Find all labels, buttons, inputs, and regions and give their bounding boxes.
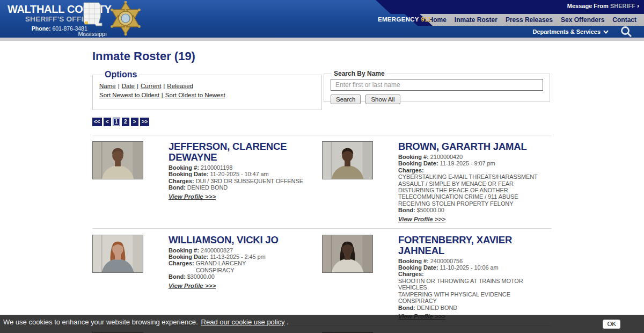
field-label: Booking Date: (169, 254, 209, 260)
field-label: Booking Date: (169, 171, 209, 177)
state-label: Mississippi (76, 31, 109, 37)
page-1-button[interactable]: 1 (113, 118, 120, 126)
cookie-suffix: . (287, 318, 289, 326)
header-bottom-strip (0, 38, 644, 41)
emergency-911: EMERGENCY 911 (378, 16, 431, 23)
field-value: 11-10-2025 - 10:06 am (440, 264, 499, 271)
inmate-card: BROWN, GARARTH JAMAL Booking #:210000042… (322, 135, 552, 228)
filter-date-link[interactable]: Date (122, 83, 135, 89)
departments-row: Departments & Services (532, 26, 644, 38)
field-value: DUI / 3RD OR SUBSEQUENT OFFENSE (196, 178, 303, 184)
page-first-button[interactable]: << (92, 118, 102, 126)
booking-date-field: Booking Date:11-20-2025 - 10:47 am (169, 171, 319, 177)
field-label: Bond: (169, 184, 186, 191)
inmate-list: JEFFERSON, CLARENCE DEWAYNE Booking #:21… (92, 135, 552, 333)
options-legend: Options (103, 70, 139, 79)
sheriff-badge-icon (110, 1, 141, 39)
separator: | (116, 83, 122, 89)
page-last-button[interactable]: >> (140, 118, 150, 126)
filter-current-link[interactable]: Current (141, 83, 161, 89)
search-by-name-fieldset: Search By Name Search Show All (324, 70, 550, 102)
view-profile-link[interactable]: View Profile >>> (169, 283, 216, 289)
bond-field: Bond:$30000.00 (169, 273, 319, 280)
field-label: Charges: (398, 271, 424, 277)
field-value: SHOOTIN OR THROWING AT TRAINS MOTOR VEHI… (398, 278, 523, 305)
show-all-button[interactable]: Show All (365, 95, 400, 104)
message-from-sheriff-link[interactable]: Message From SHERIFF › (567, 2, 639, 10)
field-label: Booking #: (398, 154, 429, 160)
sort-links: Sort Newest to Oldest|Sort Oldest to New… (99, 91, 315, 100)
search-input[interactable] (331, 79, 543, 91)
options-fieldset: Options Name|Date|Current|Released Sort … (92, 70, 322, 110)
sort-oldest-link[interactable]: Sort Oldest to Newest (165, 92, 225, 98)
field-label: Charges: (169, 178, 194, 184)
field-value: 2100001198 (201, 164, 232, 171)
field-value: 2400000756 (430, 258, 463, 264)
page: WALTHALL COUNTY SHERIFF'S OFFICE Phone: … (0, 0, 644, 333)
field-label: Booking Date: (398, 264, 438, 271)
filter-released-link[interactable]: Released (167, 83, 193, 89)
nav-contact[interactable]: Contact (612, 16, 636, 24)
main-nav: Home Inmate Roster Press Releases Sex Of… (429, 14, 637, 26)
field-label: Charges: (398, 167, 424, 173)
inmate-info: FORTENBERRY, XAVIER JAHNEAL Booking #:24… (398, 235, 552, 321)
booking-number-field: Booking #:2100000420 (398, 154, 548, 160)
field-value: $50000.00 (417, 207, 444, 213)
mississippi-shape-icon (78, 2, 106, 28)
departments-services-menu[interactable]: Departments & Services (532, 28, 601, 35)
view-profile-link[interactable]: View Profile >>> (398, 216, 445, 222)
view-profile-link[interactable]: View Profile >>> (169, 193, 216, 200)
booking-date-field: Booking Date:11-10-2025 - 10:06 am (398, 264, 548, 271)
booking-date-field: Booking Date:11-19-2025 - 9:07 pm (398, 160, 548, 166)
page-title: Inmate Roster (19) (92, 49, 644, 63)
bond-field: Bond:DENIED BOND (169, 184, 319, 191)
inmate-info: WILLIAMSON, VICKI JO Booking #:240000082… (169, 235, 322, 321)
inmate-name: JEFFERSON, CLARENCE DEWAYNE (169, 141, 319, 163)
field-value: DENIED BOND (417, 305, 457, 311)
filter-name-link[interactable]: Name (99, 83, 116, 89)
cookie-policy-link[interactable]: Read our cookie use policy (201, 318, 285, 326)
charges-field: Charges:DUI / 3RD OR SUBSEQUENT OFFENSE (169, 178, 319, 184)
nav-press-releases[interactable]: Press Releases (506, 16, 553, 24)
mugshot-photo[interactable] (92, 235, 143, 273)
separator: | (161, 83, 167, 89)
field-value: 11-19-2025 - 9:07 pm (440, 160, 495, 166)
field-label: Charges: (169, 260, 194, 266)
sort-newest-link[interactable]: Sort Newest to Oldest (99, 92, 159, 98)
search-button[interactable]: Search (331, 95, 361, 104)
inmate-name: BROWN, GARARTH JAMAL (398, 141, 548, 152)
nav-inmate-roster[interactable]: Inmate Roster (455, 16, 497, 24)
search-buttons: Search Show All (331, 95, 543, 104)
mugshot-photo[interactable] (322, 235, 373, 273)
mugshot-photo[interactable] (322, 141, 373, 179)
field-label: Bond: (398, 305, 415, 311)
message-sheriff: SHERIFF (610, 3, 635, 9)
content: Inmate Roster (19) Options Name|Date|Cur… (0, 41, 644, 333)
inmate-info: JEFFERSON, CLARENCE DEWAYNE Booking #:21… (169, 141, 322, 223)
bond-field: Bond:$50000.00 (398, 207, 548, 213)
field-label: Booking #: (169, 247, 199, 254)
field-label: Booking Date: (398, 160, 438, 166)
chevron-right-icon: › (637, 2, 639, 10)
chevron-down-icon (603, 30, 609, 34)
cookie-ok-button[interactable]: OK (603, 320, 620, 329)
field-value: DENIED BOND (187, 184, 228, 191)
page-prev-button[interactable]: < (104, 118, 111, 126)
emergency-number: 911 (421, 16, 431, 23)
field-value: CYBERSTALKING E-MAIL THREATS/HARASSMENT … (398, 173, 538, 207)
field-value: GRAND LARCENY CONSPIRACY (196, 260, 246, 273)
cookie-message: We use cookies to enhance your website b… (3, 318, 198, 326)
charges-field: Charges:SHOOTIN OR THROWING AT TRAINS MO… (398, 271, 548, 304)
separator: | (135, 83, 141, 89)
nav-sex-offenders[interactable]: Sex Offenders (561, 16, 604, 24)
field-label: Bond: (398, 207, 415, 213)
field-value: 11-13-2025 - 2:45 pm (210, 254, 266, 260)
inmate-card: WILLIAMSON, VICKI JO Booking #:240000082… (92, 228, 322, 325)
field-value: 2100000420 (430, 154, 463, 160)
search-icon[interactable] (620, 26, 632, 38)
page-next-button[interactable]: > (131, 118, 138, 126)
mugshot-photo[interactable] (92, 141, 143, 179)
filter-links: Name|Date|Current|Released (99, 82, 315, 91)
charges-field: Charges:GRAND LARCENY CONSPIRACY (169, 260, 319, 273)
page-2-button[interactable]: 2 (122, 118, 129, 126)
